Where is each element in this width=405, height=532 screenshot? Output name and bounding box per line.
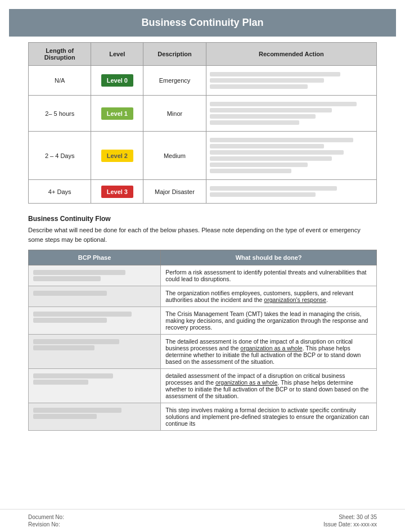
flow-col-header-phase: BCP Phase — [29, 250, 161, 265]
page: Business Continuity Plan Length of Disru… — [0, 0, 405, 532]
main-content: Length of Disruption Level Description R… — [0, 42, 405, 509]
level-cell: Level 3 — [91, 180, 143, 204]
table-row: 2 – 4 DaysLevel 2Medium — [29, 132, 377, 180]
flow-section-title: Business Continuity Flow — [28, 215, 377, 223]
level-badge: Level 3 — [101, 186, 133, 198]
duration-cell: 2 – 4 Days — [29, 132, 91, 180]
duration-cell: 2– 5 hours — [29, 96, 91, 132]
flow-row: Perform a risk assessment to identify po… — [29, 265, 377, 286]
col-header-action: Recommended Action — [206, 43, 376, 66]
flow-section-desc: Describe what will need be done for each… — [28, 226, 377, 244]
doc-no-label: Document No: — [28, 514, 64, 520]
page-title: Business Continuity Plan — [141, 17, 263, 28]
flow-action-cell: This step involves making a formal decis… — [161, 403, 377, 431]
description-cell: Medium — [143, 132, 206, 180]
issue-label: Issue Date: xx-xxx-xx — [323, 521, 377, 528]
action-cell — [206, 96, 376, 132]
col-header-duration: Length of Disruption — [29, 43, 91, 66]
level-cell: Level 0 — [91, 66, 143, 96]
phase-cell — [29, 335, 161, 369]
description-cell: Minor — [143, 96, 206, 132]
flow-action-cell: The organization notifies employees, cus… — [161, 286, 377, 307]
flow-action-cell: detailed assessment of the impact of a d… — [161, 369, 377, 403]
flow-action-cell: The Crisis Management Team (CMT) takes t… — [161, 307, 377, 335]
table-row: 2– 5 hoursLevel 1Minor — [29, 96, 377, 132]
level-badge: Level 0 — [101, 74, 133, 87]
flow-action-cell: Perform a risk assessment to identify po… — [161, 265, 377, 286]
level-badge: Level 1 — [101, 107, 133, 120]
page-header: Business Continuity Plan — [9, 9, 396, 37]
table-row: 4+ DaysLevel 3Major Disaster — [29, 180, 377, 204]
action-cell — [206, 132, 376, 180]
flow-row: The organization notifies employees, cus… — [29, 286, 377, 307]
bcp-levels-table: Length of Disruption Level Description R… — [28, 42, 377, 204]
phase-cell — [29, 307, 161, 335]
col-header-level: Level — [91, 43, 143, 66]
underlined-text: organization as a whole — [215, 379, 277, 386]
table-row: N/ALevel 0Emergency — [29, 66, 377, 96]
page-footer: Document No: Revision No: Sheet: 30 of 3… — [0, 509, 405, 532]
duration-cell: N/A — [29, 66, 91, 96]
level-badge: Level 2 — [101, 150, 133, 162]
duration-cell: 4+ Days — [29, 180, 91, 204]
sheet-label: Sheet: 30 of 35 — [339, 514, 377, 520]
flow-col-header-action: What should be done? — [161, 250, 377, 265]
action-cell — [206, 66, 376, 96]
phase-cell — [29, 403, 161, 431]
level-cell: Level 1 — [91, 96, 143, 132]
phase-cell — [29, 369, 161, 403]
flow-action-cell: The detailed assessment is done of the i… — [161, 335, 377, 369]
description-cell: Major Disaster — [143, 180, 206, 204]
revision-label: Revision No: — [28, 521, 64, 528]
flow-row: The detailed assessment is done of the i… — [29, 335, 377, 369]
level-cell: Level 2 — [91, 132, 143, 180]
flow-row: This step involves making a formal decis… — [29, 403, 377, 431]
action-cell — [206, 180, 376, 204]
underlined-text: organization as a whole — [240, 345, 302, 351]
footer-right: Sheet: 30 of 35 Issue Date: xx-xxx-xx — [323, 514, 377, 528]
underlined-text: organization's response — [264, 296, 326, 303]
flow-row: The Crisis Management Team (CMT) takes t… — [29, 307, 377, 335]
phase-cell — [29, 286, 161, 307]
phase-cell — [29, 265, 161, 286]
description-cell: Emergency — [143, 66, 206, 96]
flow-row: detailed assessment of the impact of a d… — [29, 369, 377, 403]
col-header-description: Description — [143, 43, 206, 66]
footer-left: Document No: Revision No: — [28, 514, 64, 528]
flow-table: BCP Phase What should be done? Perform a… — [28, 250, 377, 431]
